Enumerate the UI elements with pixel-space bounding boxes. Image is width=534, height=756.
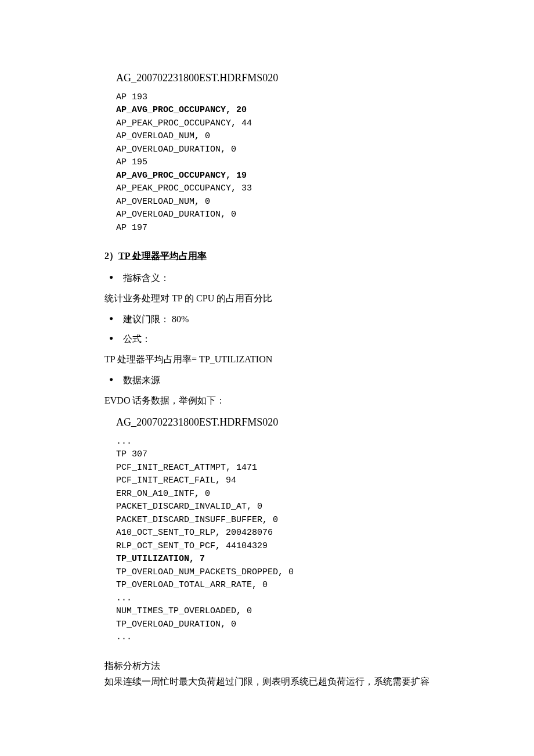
bullet-item-threshold: 建议门限： 80%: [109, 312, 430, 327]
code-line: ...: [116, 437, 132, 447]
code-line: ...: [116, 632, 132, 642]
code-line: AP 197: [116, 223, 147, 233]
paragraph-source: EVDO 话务数据，举例如下：: [104, 393, 430, 408]
code-line: AP 195: [116, 157, 147, 167]
bullet-list: 建议门限： 80% 公式：: [104, 312, 430, 346]
code-line: ERR_ON_A10_INTF, 0: [116, 489, 210, 499]
bullet-list: 数据来源: [104, 373, 430, 388]
code-header-1: AG_200702231800EST.HDRFMS020: [116, 70, 430, 87]
analysis-heading: 指标分析方法: [104, 658, 430, 674]
code-line: AP_OVERLOAD_NUM, 0: [116, 131, 210, 141]
code-line: ...: [116, 593, 132, 603]
code-line: PCF_INIT_REACT_FAIL, 94: [116, 476, 236, 485]
code-line: TP 307: [116, 449, 147, 459]
code-line: A10_OCT_SENT_TO_RLP, 200428076: [116, 528, 273, 538]
bullet-item-meaning: 指标含义：: [109, 271, 430, 286]
code-line: AP_PEAK_PROC_OCCUPANCY, 44: [116, 118, 252, 128]
code-line: AP 193: [116, 92, 147, 102]
code-line: PCF_INIT_REACT_ATTMPT, 1471: [116, 463, 257, 473]
section-title: TP 处理器平均占用率: [118, 251, 207, 261]
bullet-list: 指标含义：: [104, 271, 430, 286]
analysis-text-b: 门限: [234, 676, 253, 686]
code-line: PACKET_DISCARD_INSUFF_BUFFER, 0: [116, 515, 278, 525]
paragraph-meaning: 统计业务处理对 TP 的 CPU 的占用百分比: [104, 291, 430, 306]
code-line: TP_OVERLOAD_DURATION, 0: [116, 620, 236, 629]
analysis-text-a: 如果连续一周忙时最大负荷超过: [104, 676, 234, 686]
analysis-paragraph: 如果连续一周忙时最大负荷超过门限，则表明系统已超负荷运行，系统需要扩容: [104, 674, 430, 689]
code-block-1: AP 193 AP_AVG_PROC_OCCUPANCY, 20 AP_PEAK…: [116, 91, 430, 235]
analysis-text-c: ，则表明系统已超负荷运行，系统需要扩容: [253, 676, 430, 686]
code-line: RLP_OCT_SENT_TO_PCF, 44104329: [116, 541, 268, 551]
code-line-bold: TP_UTILIZATION, 7: [116, 554, 205, 564]
code-line: AP_OVERLOAD_NUM, 0: [116, 197, 210, 207]
code-header-2: AG_200702231800EST.HDRFMS020: [116, 414, 430, 431]
code-line: AP_OVERLOAD_DURATION, 0: [116, 145, 236, 154]
code-line: NUM_TIMES_TP_OVERLOADED, 0: [116, 606, 252, 616]
code-line-bold: AP_AVG_PROC_OCCUPANCY, 20: [116, 105, 247, 115]
section-heading-2: 2）TP 处理器平均占用率: [104, 249, 430, 264]
code-line: PACKET_DISCARD_INVALID_AT, 0: [116, 502, 262, 512]
bullet-item-source: 数据来源: [109, 373, 430, 388]
code-line: TP_OVERLOAD_TOTAL_ARR_RATE, 0: [116, 580, 268, 590]
bullet-item-formula: 公式：: [109, 332, 430, 347]
section-number: 2）: [104, 249, 118, 264]
paragraph-formula: TP 处理器平均占用率= TP_UTILIZATION: [104, 352, 430, 367]
code-line: TP_OVERLOAD_NUM_PACKETS_DROPPED, 0: [116, 567, 294, 577]
code-line-bold: AP_AVG_PROC_OCCUPANCY, 19: [116, 171, 247, 181]
code-line: AP_PEAK_PROC_OCCUPANCY, 33: [116, 183, 252, 193]
code-block-2: ... TP 307 PCF_INIT_REACT_ATTMPT, 1471 P…: [116, 435, 430, 645]
code-line: AP_OVERLOAD_DURATION, 0: [116, 210, 236, 219]
